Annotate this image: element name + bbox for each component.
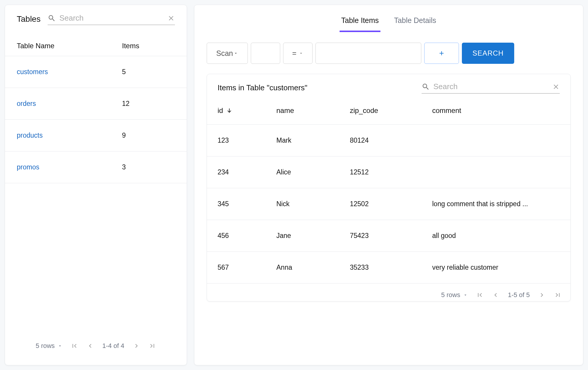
table-link[interactable]: orders	[17, 100, 122, 108]
items-paginator: 5 rows 1-5 of 5	[207, 284, 570, 301]
table-items-count: 5	[122, 68, 175, 76]
next-page-button[interactable]	[133, 342, 140, 350]
paginator-range: 1-5 of 5	[508, 291, 530, 299]
tables-panel: Tables Table Name Items customers5orders…	[5, 5, 187, 365]
arrow-down-icon	[226, 107, 233, 114]
cell-id: 345	[218, 200, 276, 208]
items-search-input[interactable]	[433, 82, 549, 91]
rows-per-page-select[interactable]: 5 rows	[441, 291, 468, 299]
items-title: Items in Table "customers"	[218, 83, 413, 92]
col-comment[interactable]: comment	[432, 106, 560, 115]
cell-id: 234	[218, 168, 276, 176]
rows-per-page-label: 5 rows	[441, 291, 460, 299]
table-content-panel: Table Items Table Details Scan = + SEARC…	[194, 5, 583, 365]
items-search-field[interactable]	[422, 82, 560, 94]
paginator-range: 1-4 of 4	[102, 342, 124, 350]
caret-down-icon	[58, 344, 62, 348]
prev-page-button[interactable]	[86, 342, 94, 350]
table-row[interactable]: products9	[5, 120, 187, 151]
items-table-head: id name zip_code comment	[207, 96, 570, 125]
cell-zip-code: 12512	[350, 168, 432, 176]
query-mode-select[interactable]: Scan	[207, 43, 248, 64]
col-id[interactable]: id	[218, 106, 276, 115]
rows-per-page-label: 5 rows	[36, 342, 55, 350]
cell-comment: very reliable customer	[432, 264, 560, 271]
cell-name: Anna	[276, 264, 350, 271]
prev-page-button[interactable]	[492, 291, 500, 299]
item-row[interactable]: 456Jane75423all good	[207, 220, 570, 252]
tables-search-input[interactable]	[59, 13, 164, 23]
query-mode-label: Scan	[216, 49, 233, 58]
cell-id: 456	[218, 232, 276, 240]
table-row[interactable]: orders12	[5, 88, 187, 120]
col-name[interactable]: name	[276, 106, 350, 115]
caret-down-icon	[233, 51, 238, 56]
col-items[interactable]: Items	[122, 42, 175, 50]
caret-down-icon	[463, 293, 468, 297]
tables-search-field[interactable]	[48, 13, 175, 25]
query-attribute-input[interactable]	[251, 43, 280, 64]
table-items-count: 3	[122, 163, 175, 171]
add-filter-button[interactable]: +	[424, 43, 459, 64]
table-items-count: 9	[122, 131, 175, 139]
table-link[interactable]: products	[17, 131, 122, 139]
table-link[interactable]: customers	[17, 68, 122, 76]
item-row[interactable]: 567Anna35233very reliable customer	[207, 252, 570, 284]
tables-title: Tables	[17, 14, 41, 24]
close-icon[interactable]	[552, 83, 560, 91]
table-row[interactable]: customers5	[5, 56, 187, 88]
items-card: Items in Table "customers" id name	[207, 74, 571, 301]
cell-name: Jane	[276, 232, 350, 240]
query-builder-row: Scan = + SEARCH	[194, 32, 583, 64]
cell-id: 123	[218, 136, 276, 144]
table-items-count: 12	[122, 100, 175, 108]
cell-name: Alice	[276, 168, 350, 176]
tables-paginator: 5 rows 1-4 of 4	[5, 327, 187, 365]
table-link[interactable]: promos	[17, 163, 122, 171]
run-search-button[interactable]: SEARCH	[462, 43, 514, 64]
last-page-button[interactable]	[148, 342, 156, 350]
item-row[interactable]: 123Mark80124	[207, 125, 570, 156]
search-icon	[48, 14, 56, 22]
table-row[interactable]: promos3	[5, 151, 187, 183]
last-page-button[interactable]	[554, 291, 562, 299]
item-row[interactable]: 345Nick12502long comment that is strippe…	[207, 188, 570, 220]
col-id-label: id	[218, 106, 223, 115]
tab-table-details[interactable]: Table Details	[392, 13, 438, 32]
cell-zip-code: 12502	[350, 200, 432, 208]
col-table-name[interactable]: Table Name	[17, 42, 122, 50]
cell-zip-code: 35233	[350, 264, 432, 271]
query-operator-select[interactable]: =	[283, 43, 313, 64]
col-zip-code[interactable]: zip_code	[350, 106, 432, 115]
cell-zip-code: 75423	[350, 232, 432, 240]
tabs: Table Items Table Details	[194, 7, 583, 32]
close-icon[interactable]	[167, 14, 175, 22]
cell-name: Nick	[276, 200, 350, 208]
query-operator-label: =	[292, 49, 297, 58]
cell-comment: long comment that is stripped ...	[432, 200, 560, 208]
item-row[interactable]: 234Alice12512	[207, 156, 570, 188]
cell-name: Mark	[276, 136, 350, 144]
cell-id: 567	[218, 264, 276, 271]
query-value-box	[315, 43, 421, 64]
rows-per-page-select[interactable]: 5 rows	[36, 342, 62, 350]
tables-list: Table Name Items customers5orders12produ…	[5, 36, 187, 183]
search-icon	[422, 83, 430, 91]
query-value-input[interactable]	[316, 43, 421, 64]
first-page-button[interactable]	[476, 291, 484, 299]
first-page-button[interactable]	[71, 342, 78, 350]
cell-comment: all good	[432, 232, 560, 240]
caret-down-icon	[299, 51, 303, 56]
tab-table-items[interactable]: Table Items	[340, 13, 381, 32]
cell-zip-code: 80124	[350, 136, 432, 144]
next-page-button[interactable]	[538, 291, 546, 299]
